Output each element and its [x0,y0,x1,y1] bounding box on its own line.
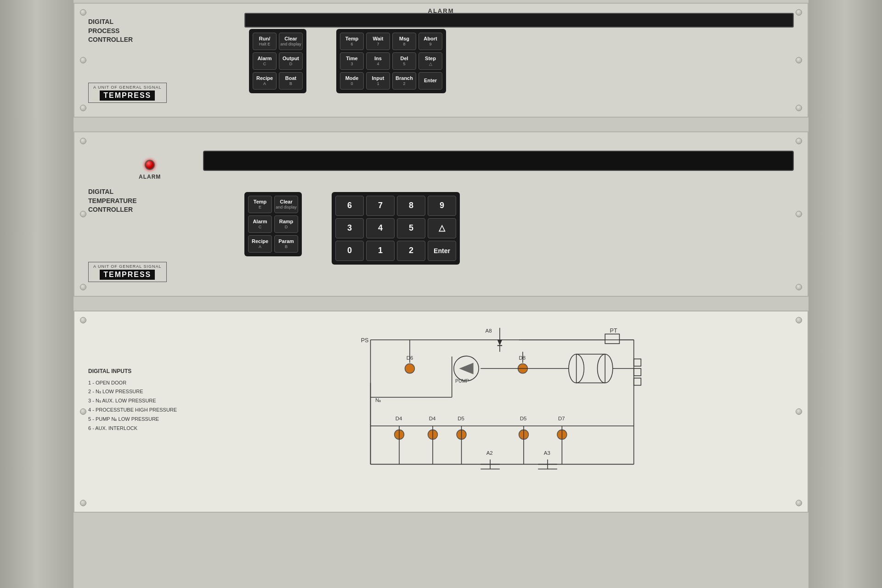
screw [80,317,86,323]
brand-sub-2: A UNIT OF GENERAL SIGNAL [93,264,162,269]
svg-text:D5: D5 [520,416,527,421]
key-9[interactable]: 9 [428,196,456,216]
key-alarm-c-2[interactable]: AlarmC [248,215,272,233]
key-ramp-d[interactable]: RampD [274,215,298,233]
panel-schematic: DIGITAL INPUTS 1 - OPEN DOOR 2 - N₂ LOW … [74,311,808,513]
svg-point-14 [405,364,415,373]
key-mode-0[interactable]: Mode0 [340,72,364,90]
screw [80,9,86,16]
svg-text:D5: D5 [458,416,464,421]
svg-text:PS: PS [361,337,369,344]
key-0[interactable]: 0 [335,241,364,261]
key-output-d[interactable]: OutputD [279,52,303,70]
side-strip-right [808,0,882,588]
svg-marker-17 [459,363,473,374]
tempress-logo-2: A UNIT OF GENERAL SIGNAL TEMPRESS [88,262,167,282]
svg-text:N₂: N₂ [375,397,381,403]
key-recipe-a[interactable]: RecipeA [253,72,277,90]
temp-keypad-left: TempE Clearand display AlarmC RampD Reci… [244,192,302,256]
panel-label-temp: DIGITAL TEMPERATURE CONTROLLER [88,187,137,215]
temperature-display [203,151,794,171]
key-alarm-c[interactable]: AlarmC [253,52,277,70]
screw [80,500,86,506]
input-3: 3 - N₂ AUX. LOW PRESSURE [88,396,177,406]
key-input-1[interactable]: Input1 [366,72,390,90]
key-branch-2[interactable]: Branch2 [392,72,416,90]
key-6[interactable]: 6 [335,196,364,216]
key-clear-display[interactable]: Clearand display [279,33,303,50]
key-7[interactable]: 7 [366,196,395,216]
svg-rect-25 [577,354,605,383]
svg-marker-5 [498,340,502,346]
key-clear-display-2[interactable]: Clearand display [274,196,298,213]
svg-rect-30 [634,368,641,376]
screw [80,138,86,144]
screw [796,211,802,217]
key-abort-9[interactable]: Abort9 [418,33,442,50]
key-enter-2[interactable]: Enter [428,241,456,261]
main-frame: ALARM DIGITAL PROCESS CONTROLLER Run/Hal… [0,0,882,588]
svg-rect-31 [634,378,641,385]
screw [80,284,86,290]
alarm-text: ALARM [139,174,161,180]
input-4: 4 - PROCESSTUBE HIGH PRESSURE [88,406,177,415]
svg-text:PT: PT [610,328,617,334]
screw [796,138,802,144]
screw [80,105,86,111]
key-wait-7[interactable]: Wait7 [366,33,390,50]
schematic-svg: PS A8 PT [249,321,798,503]
input-5: 5 - PUMP N₂ LOW PRESSURE [88,415,177,424]
key-run-halt[interactable]: Run/Halt E [253,33,277,50]
svg-text:A2: A2 [486,450,493,456]
svg-text:D4: D4 [429,416,436,421]
screw [796,57,802,63]
key-4[interactable]: 4 [366,218,395,238]
key-2[interactable]: 2 [397,241,425,261]
screw [796,105,802,111]
svg-text:A3: A3 [544,450,550,456]
key-1[interactable]: 1 [366,241,395,261]
key-delta[interactable]: △ [428,218,456,238]
key-5[interactable]: 5 [397,218,425,238]
key-msg-8[interactable]: Msg8 [392,33,416,50]
side-strip-left [0,0,74,588]
screw [80,408,86,415]
key-recipe-a-2[interactable]: RecipeA [248,235,272,253]
key-temp-6[interactable]: Temp6 [340,33,364,50]
alarm-indicator: ALARM [139,160,161,180]
display-bar [244,13,794,28]
svg-text:PUMP: PUMP [455,379,469,384]
alarm-light [145,160,155,170]
input-1: 1 - OPEN DOOR [88,379,177,388]
digital-inputs-title: DIGITAL INPUTS [88,367,177,377]
key-ins-4[interactable]: Ins4 [366,52,390,70]
screw [796,284,802,290]
screw [80,57,86,63]
brand-sub: A UNIT OF GENERAL SIGNAL [93,85,162,90]
key-enter[interactable]: Enter [418,72,442,90]
brand-name: TEMPRESS [100,90,155,101]
digital-inputs-section: DIGITAL INPUTS 1 - OPEN DOOR 2 - N₂ LOW … [88,367,177,433]
panel-temperature-controller: ALARM DIGITAL TEMPERATURE CONTROLLER Tem… [74,131,808,297]
key-boat-b[interactable]: BoatB [279,72,303,90]
key-8[interactable]: 8 [397,196,425,216]
key-3[interactable]: 3 [335,218,364,238]
input-6: 6 - AUX. INTERLOCK [88,424,177,433]
svg-text:D4: D4 [396,416,402,421]
key-time-3[interactable]: Time3 [340,52,364,70]
key-param-b[interactable]: ParamB [274,235,298,253]
panel-column: ALARM DIGITAL PROCESS CONTROLLER Run/Hal… [74,0,808,517]
svg-rect-9 [605,334,619,344]
key-del-5[interactable]: Del5 [392,52,416,70]
key-step-delta[interactable]: Step△ [418,52,442,70]
svg-text:D8: D8 [519,355,526,361]
key-temp-e[interactable]: TempE [248,196,272,213]
panel-label: DIGITAL PROCESS CONTROLLER [88,17,133,45]
svg-rect-29 [634,359,641,366]
input-2: 2 - N₂ LOW PRESSURE [88,387,177,396]
brand-name-2: TEMPRESS [100,270,155,280]
process-keypad-left: Run/Halt E Clearand display AlarmC Outpu… [249,29,306,93]
svg-text:A8: A8 [486,328,492,334]
tempress-logo: A UNIT OF GENERAL SIGNAL TEMPRESS [88,83,167,103]
temp-keypad-right: 6 7 8 9 3 4 5 △ 0 1 2 Enter [332,192,460,265]
